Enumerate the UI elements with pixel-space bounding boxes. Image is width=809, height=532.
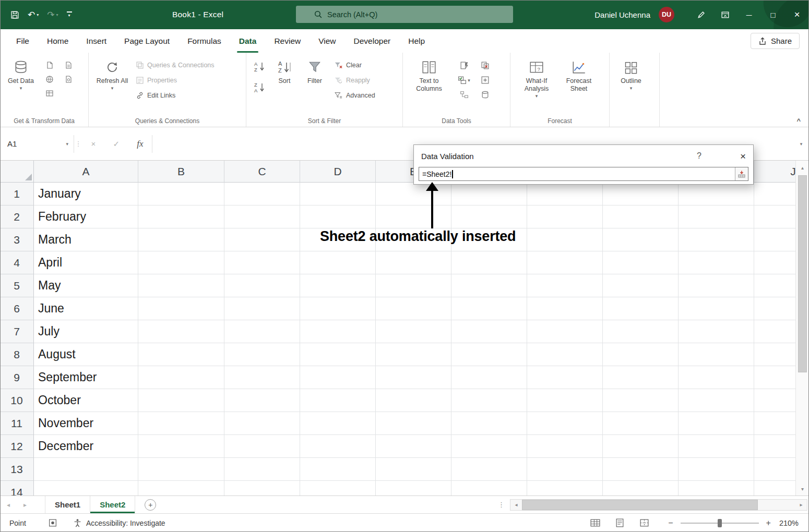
expand-formula-bar-button[interactable]: ▾ xyxy=(793,141,809,147)
cell-I7[interactable] xyxy=(679,320,754,343)
column-header-C[interactable]: C xyxy=(224,161,300,183)
cell-C8[interactable] xyxy=(224,343,300,366)
cell-G14[interactable] xyxy=(527,481,603,495)
get-data-button[interactable]: Get Data ▾ xyxy=(4,57,38,91)
cell-E2[interactable] xyxy=(376,205,451,228)
menu-tab-help[interactable]: Help xyxy=(399,29,434,53)
cell-B9[interactable] xyxy=(138,366,224,389)
insert-function-button[interactable]: fx xyxy=(137,139,143,149)
cell-I10[interactable] xyxy=(679,389,754,412)
menu-tab-home[interactable]: Home xyxy=(38,29,77,53)
cell-A10[interactable]: October xyxy=(34,389,138,412)
cell-J3[interactable] xyxy=(754,228,795,251)
cell-F10[interactable] xyxy=(451,389,527,412)
cell-B8[interactable] xyxy=(138,343,224,366)
cell-G1[interactable] xyxy=(527,183,603,205)
confirm-entry-button[interactable]: ✓ xyxy=(113,139,120,149)
row-header-11[interactable]: 11 xyxy=(0,412,34,435)
save-button[interactable] xyxy=(10,10,19,19)
dialog-close-button[interactable]: × xyxy=(740,151,746,161)
row-header-3[interactable]: 3 xyxy=(0,228,34,251)
cell-E14[interactable] xyxy=(376,481,451,495)
reapply-filter-button[interactable]: Reapply xyxy=(334,75,375,86)
page-layout-view-button[interactable] xyxy=(615,518,625,527)
next-sheet-button[interactable]: ▸ xyxy=(17,501,33,509)
cell-J2[interactable] xyxy=(754,205,795,228)
accessibility-checker-button[interactable] xyxy=(73,518,82,527)
cell-G13[interactable] xyxy=(527,458,603,481)
zoom-slider[interactable] xyxy=(681,519,759,527)
row-header-10[interactable]: 10 xyxy=(0,389,34,412)
cell-G2[interactable] xyxy=(527,205,603,228)
scroll-left-button[interactable]: ◂ xyxy=(510,500,522,510)
macro-record-button[interactable] xyxy=(48,518,57,527)
cell-D10[interactable] xyxy=(300,389,376,412)
collapse-dialog-button[interactable] xyxy=(735,167,748,180)
cell-E12[interactable] xyxy=(376,435,451,458)
row-header-7[interactable]: 7 xyxy=(0,320,34,343)
cell-C1[interactable] xyxy=(224,183,300,205)
menu-tab-page-layout[interactable]: Page Layout xyxy=(115,29,179,53)
cell-C6[interactable] xyxy=(224,297,300,320)
user-name[interactable]: Daniel Uchenna xyxy=(594,10,650,19)
cell-A6[interactable]: June xyxy=(34,297,138,320)
cell-B5[interactable] xyxy=(138,274,224,297)
cell-A5[interactable]: May xyxy=(34,274,138,297)
cell-A14[interactable] xyxy=(34,481,138,495)
cell-F4[interactable] xyxy=(451,251,527,274)
cell-E9[interactable] xyxy=(376,366,451,389)
cell-E10[interactable] xyxy=(376,389,451,412)
remove-duplicates-button[interactable] xyxy=(476,61,494,70)
column-header-B[interactable]: B xyxy=(138,161,224,183)
formula-bar-handle[interactable]: ⋮ xyxy=(74,140,82,148)
cell-J1[interactable] xyxy=(754,183,795,205)
cell-H6[interactable] xyxy=(603,297,679,320)
menu-tab-file[interactable]: File xyxy=(7,29,38,53)
from-table-range-button[interactable] xyxy=(43,89,56,98)
data-validation-button[interactable]: ▾ xyxy=(456,76,472,84)
cell-A1[interactable]: January xyxy=(34,183,138,205)
menu-tab-data[interactable]: Data xyxy=(230,29,266,53)
cell-H14[interactable] xyxy=(603,481,679,495)
dialog-title-bar[interactable]: Data Validation ? × xyxy=(414,145,753,167)
cell-H3[interactable] xyxy=(603,228,679,251)
minimize-button[interactable]: ─ xyxy=(737,0,761,29)
cell-D7[interactable] xyxy=(300,320,376,343)
cell-I4[interactable] xyxy=(679,251,754,274)
cell-B7[interactable] xyxy=(138,320,224,343)
cell-A4[interactable]: April xyxy=(34,251,138,274)
cell-A2[interactable]: February xyxy=(34,205,138,228)
cell-H12[interactable] xyxy=(603,435,679,458)
cell-D6[interactable] xyxy=(300,297,376,320)
cell-H7[interactable] xyxy=(603,320,679,343)
cell-G8[interactable] xyxy=(527,343,603,366)
cell-J11[interactable] xyxy=(754,412,795,435)
cell-C7[interactable] xyxy=(224,320,300,343)
cell-C2[interactable] xyxy=(224,205,300,228)
avatar[interactable]: DU xyxy=(659,7,674,22)
cell-G12[interactable] xyxy=(527,435,603,458)
cell-D11[interactable] xyxy=(300,412,376,435)
recent-sources-button[interactable] xyxy=(61,61,76,69)
share-button[interactable]: Share xyxy=(751,33,800,49)
cell-G5[interactable] xyxy=(527,274,603,297)
cell-C14[interactable] xyxy=(224,481,300,495)
cell-B2[interactable] xyxy=(138,205,224,228)
cell-F6[interactable] xyxy=(451,297,527,320)
cell-E7[interactable] xyxy=(376,320,451,343)
vertical-scrollbar-thumb[interactable] xyxy=(798,175,807,372)
zoom-level[interactable]: 210% xyxy=(779,519,799,527)
cell-I1[interactable] xyxy=(679,183,754,205)
outline-button[interactable]: Outline ▾ xyxy=(614,57,648,91)
ribbon-display-options-button[interactable] xyxy=(713,0,737,29)
horizontal-scrollbar-thumb[interactable] xyxy=(522,500,758,510)
zoom-in-button[interactable]: + xyxy=(766,518,771,528)
cell-C12[interactable] xyxy=(224,435,300,458)
cell-J13[interactable] xyxy=(754,458,795,481)
vertical-scrollbar[interactable]: ▴ ▾ xyxy=(795,161,809,495)
cell-C13[interactable] xyxy=(224,458,300,481)
column-header-J[interactable]: J xyxy=(754,161,795,183)
cell-I12[interactable] xyxy=(679,435,754,458)
cell-D12[interactable] xyxy=(300,435,376,458)
sheet-tab-sheet2[interactable]: Sheet2 xyxy=(90,496,135,513)
